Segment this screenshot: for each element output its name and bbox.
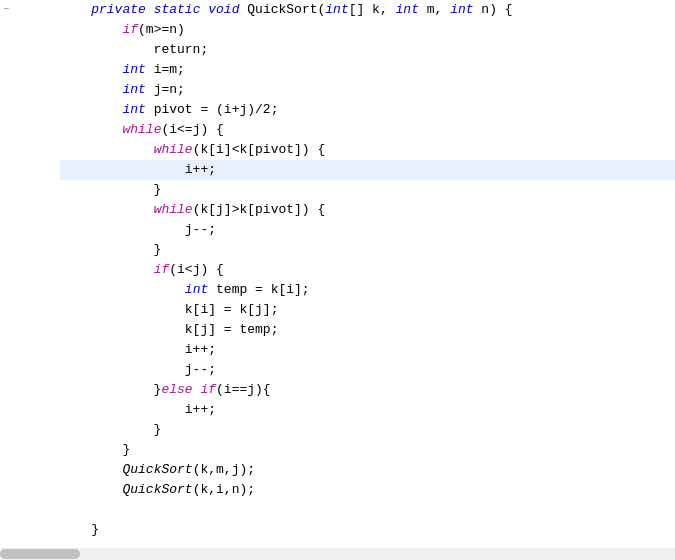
fold-gutter: − [0, 0, 16, 548]
token: int [185, 282, 208, 297]
code-line: } [60, 520, 675, 540]
editor-container: − private static void QuickSort(int[] k,… [0, 0, 675, 560]
code-line: if(i<j) { [60, 260, 675, 280]
token: else [161, 382, 192, 397]
code-line: k[i] = k[j]; [60, 300, 675, 320]
code-content: private static void QuickSort(int[] k, i… [52, 0, 675, 548]
token: if [154, 262, 170, 277]
line-numbers [16, 0, 52, 548]
code-line: return; [60, 40, 675, 60]
code-line: while(k[i]<k[pivot]) { [60, 140, 675, 160]
code-line: QuickSort(k,m,j); [60, 460, 675, 480]
token: if [200, 382, 216, 397]
code-line: k[j] = temp; [60, 320, 675, 340]
scrollbar-track [0, 548, 675, 560]
fold-arrow[interactable]: − [0, 0, 12, 20]
token: int [396, 2, 419, 17]
code-line: int i=m; [60, 60, 675, 80]
token: int [122, 62, 145, 77]
token: void [208, 2, 239, 17]
token: if [122, 22, 138, 37]
code-line: j--; [60, 360, 675, 380]
code-line: j--; [60, 220, 675, 240]
code-line: private static void QuickSort(int[] k, i… [60, 0, 675, 20]
code-line [60, 540, 675, 548]
code-line [60, 500, 675, 520]
token: int [122, 82, 145, 97]
horizontal-scrollbar[interactable] [0, 548, 675, 560]
token: int [450, 2, 473, 17]
code-area: − private static void QuickSort(int[] k,… [0, 0, 675, 548]
code-line: i++; [60, 400, 675, 420]
code-line: if(m>=n) [60, 20, 675, 40]
code-line: int temp = k[i]; [60, 280, 675, 300]
token: int [122, 102, 145, 117]
token: while [154, 142, 193, 157]
token: QuickSort [122, 462, 192, 477]
token: QuickSort [122, 482, 192, 497]
code-line: int pivot = (i+j)/2; [60, 100, 675, 120]
code-lines: private static void QuickSort(int[] k, i… [60, 0, 675, 548]
code-line: while(i<=j) { [60, 120, 675, 140]
code-line: int j=n; [60, 80, 675, 100]
code-line: }else if(i==j){ [60, 380, 675, 400]
token: while [154, 202, 193, 217]
code-line: } [60, 180, 675, 200]
code-line: i++; [60, 340, 675, 360]
token: while [122, 122, 161, 137]
code-line: } [60, 440, 675, 460]
token: static [154, 2, 201, 17]
token: int [325, 2, 348, 17]
code-line: i++; [60, 160, 675, 180]
code-line: } [60, 240, 675, 260]
code-line: } [60, 420, 675, 440]
token: private [91, 2, 146, 17]
scrollbar-thumb[interactable] [0, 549, 80, 559]
code-line: while(k[j]>k[pivot]) { [60, 200, 675, 220]
code-line: QuickSort(k,i,n); [60, 480, 675, 500]
